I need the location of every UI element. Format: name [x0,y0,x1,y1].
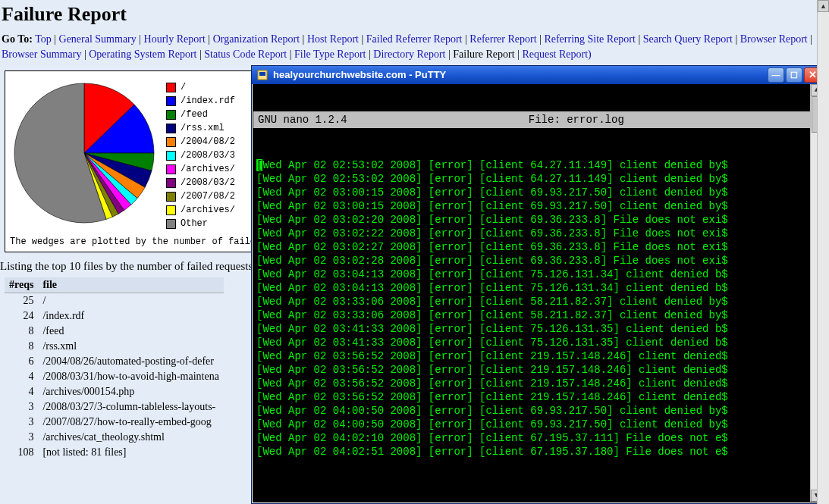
maximize-button[interactable]: ☐ [786,67,802,83]
col-reqs: #reqs [5,277,38,293]
terminal[interactable]: GNU nano 1.2.4 File: error.log [Wed Apr … [253,84,810,502]
nav-link[interactable]: Browser Summary [2,49,81,60]
page-scrollbar[interactable]: ▲ [817,0,829,504]
cell-file: /2004/08/26/automated-posting-of-defer [38,354,224,369]
minimize-button[interactable]: — [768,67,784,83]
legend-swatch [166,151,176,161]
log-line: [Wed Apr 02 03:56:52 2008] [error] [clie… [256,349,807,363]
nav-link[interactable]: General Summary [59,33,137,45]
legend-item: /2007/08/2 [166,189,235,203]
table-row: 108[not listed: 81 files] [5,445,224,460]
log-line: [Wed Apr 02 04:00:50 2008] [error] [clie… [256,418,807,431]
log-line: [Wed Apr 02 03:02:22 2008] [error] [clie… [256,227,807,240]
legend-item: /archives/ [166,203,235,217]
legend-item: /rss.xml [166,121,235,135]
nano-file: File: error.log [529,113,624,127]
putty-icon [256,69,268,81]
legend-swatch [166,83,176,92]
cell-reqs: 3 [5,430,38,445]
log-line: [Wed Apr 02 03:41:33 2008] [error] [clie… [256,336,807,349]
svg-rect-1 [259,72,265,76]
nav-link[interactable]: Host Report [307,33,359,45]
nav-link[interactable]: Directory Report [373,49,445,60]
legend-swatch [166,137,176,147]
cell-file: /archives/cat_theology.shtml [38,430,224,445]
legend-swatch [166,124,176,133]
nav-link[interactable]: Top [35,33,52,45]
nav-link[interactable]: Status Code Report [204,49,287,60]
table-row: 24/index.rdf [5,308,224,324]
cell-file: /2008/03/27/3-column-tableless-layouts- [38,399,224,415]
window-title: healyourchurchwebsite.com - PuTTY [273,68,766,82]
legend-label: /archives/ [181,162,235,176]
legend-label: /2008/03/2 [181,176,235,189]
log-line: [Wed Apr 02 03:04:13 2008] [error] [clie… [256,268,807,281]
log-line: [Wed Apr 02 03:56:52 2008] [error] [clie… [256,363,807,377]
cell-file: / [38,293,224,309]
nav-link[interactable]: Browser Report [740,33,808,45]
legend-label: /2004/08/2 [181,135,235,149]
legend-item: /index.rdf [166,94,235,108]
legend-label: /feed [181,108,208,121]
cell-reqs: 3 [5,399,38,415]
failure-table: #reqs file 25/24/index.rdf8/feed8/rss.xm… [5,277,224,460]
log-line: [Wed Apr 02 04:02:10 2008] [error] [clie… [256,431,807,445]
scroll-up-icon[interactable]: ▲ [818,0,829,12]
cell-reqs: 8 [5,324,38,339]
table-row: 4/archives/000154.php [5,384,224,399]
log-line: [Wed Apr 02 03:02:28 2008] [error] [clie… [256,254,807,268]
titlebar[interactable]: healyourchurchwebsite.com - PuTTY — ☐ ✕ [252,66,824,84]
putty-window[interactable]: healyourchurchwebsite.com - PuTTY — ☐ ✕ … [251,65,824,504]
nav-link[interactable]: Referring Site Report [544,33,636,45]
legend-swatch [166,164,176,174]
nav-link[interactable]: Request Report) [522,49,591,60]
legend-item: Other [166,217,235,230]
cell-file: /index.rdf [38,308,224,324]
legend-swatch [166,219,176,229]
cell-reqs: 8 [5,339,38,354]
legend-item: /2008/03/3 [166,149,235,162]
legend-label: /rss.xml [181,121,225,135]
legend-label: Other [181,217,208,230]
legend-swatch [166,205,176,215]
legend-item: /archives/ [166,162,235,176]
cell-file: /archives/000154.php [38,384,224,399]
table-row: 3/archives/cat_theology.shtml [5,430,224,445]
nav-link[interactable]: Search Query Report [643,33,733,45]
log-line: [Wed Apr 02 03:33:06 2008] [error] [clie… [256,295,807,308]
chart-legend: //index.rdf/feed/rss.xml/2004/08/2/2008/… [160,77,235,230]
nav-link[interactable]: File Type Report [294,49,366,60]
nav-breadcrumb: Go To: Top | General Summary | Hourly Re… [0,32,829,67]
nav-link[interactable]: Operating System Report [89,49,196,60]
nav-link[interactable]: Organization Report [213,33,300,45]
nav-link[interactable]: Hourly Report [144,33,206,45]
cell-file: /feed [38,324,224,339]
cursor: [ [256,159,262,171]
log-line: [Wed Apr 02 03:33:06 2008] [error] [clie… [256,308,807,322]
page-title: Failure Report [0,0,829,32]
table-row: 4/2008/03/31/how-to-avoid-high-maintena [5,369,224,384]
log-line: [Wed Apr 02 03:56:52 2008] [error] [clie… [256,390,807,404]
log-line: [Wed Apr 02 03:02:27 2008] [error] [clie… [256,240,807,254]
log-line: [Wed Apr 02 04:02:51 2008] [error] [clie… [256,445,807,459]
log-line: [Wed Apr 02 02:53:02 2008] [error] [clie… [256,158,807,172]
legend-item: /2004/08/2 [166,135,235,149]
table-row: 25/ [5,293,224,309]
cell-reqs: 3 [5,415,38,430]
table-row: 3/2008/03/27/3-column-tableless-layouts- [5,399,224,415]
nav-link[interactable]: Referrer Report [469,33,536,45]
log-line: [Wed Apr 02 03:56:52 2008] [error] [clie… [256,377,807,390]
legend-item: /feed [166,108,235,121]
cell-reqs: 24 [5,308,38,324]
log-line: [Wed Apr 02 03:00:15 2008] [error] [clie… [256,186,807,199]
log-line: [Wed Apr 02 02:53:02 2008] [error] [clie… [256,172,807,186]
table-row: 8/rss.xml [5,339,224,354]
nav-link[interactable]: Failed Referrer Report [366,33,463,45]
log-line: [Wed Apr 02 03:00:15 2008] [error] [clie… [256,199,807,213]
table-row: 3/2007/08/27/how-to-really-embed-goog [5,415,224,430]
cell-file: /rss.xml [38,339,224,354]
legend-item: /2008/03/2 [166,176,235,189]
table-row: 6/2004/08/26/automated-posting-of-defer [5,354,224,369]
cell-file: /2008/03/31/how-to-avoid-high-maintena [38,369,224,384]
cell-file: /2007/08/27/how-to-really-embed-goog [38,415,224,430]
